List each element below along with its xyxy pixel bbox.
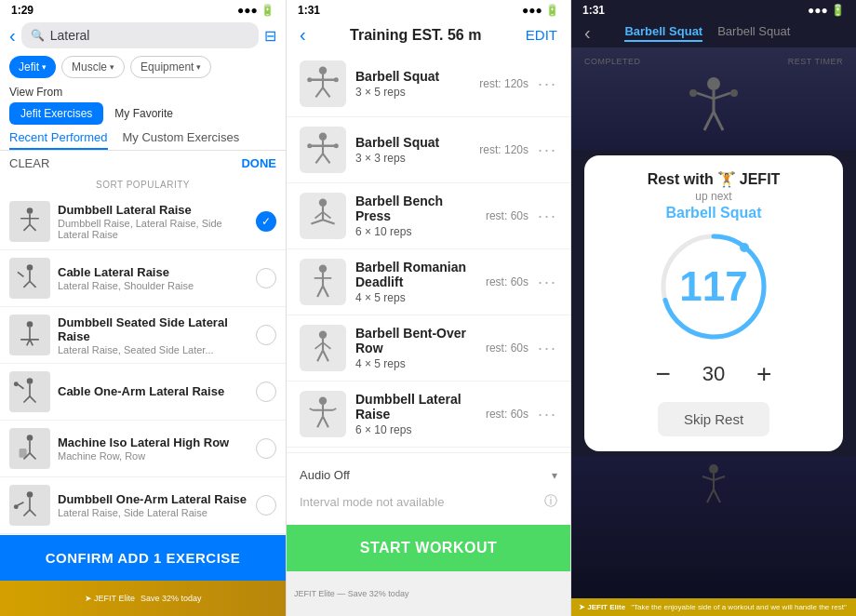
svg-line-90 — [707, 489, 714, 502]
edit-button[interactable]: EDIT — [526, 27, 557, 43]
list-item[interactable]: Machine Iso Lateral High Row Machine Row… — [0, 421, 286, 477]
exercise-thumbnail — [9, 201, 50, 242]
exercise-thumbnail — [300, 259, 346, 305]
list-item[interactable]: Barbell Bench Press 6 × 10 reps rest: 60… — [287, 183, 570, 249]
search-bar: ‹ 🔍 Lateral ⊟ — [0, 19, 286, 52]
exercise-thumbnail — [9, 258, 50, 299]
svg-line-60 — [323, 286, 328, 297]
timer-countdown: 117 — [679, 263, 747, 310]
exercise-sets: 4 × 5 reps — [355, 291, 476, 304]
list-item[interactable]: Dumbbell Seated Side Lateral Raise Later… — [0, 307, 286, 364]
list-item[interactable]: Barbell Romanian Deadlift 4 × 5 reps res… — [287, 249, 570, 315]
more-icon[interactable]: ··· — [538, 405, 557, 424]
search-input-container[interactable]: 🔍 Lateral — [21, 22, 259, 48]
list-item[interactable]: Dumbbell One-Arm Lateral Raise Lateral R… — [0, 477, 286, 534]
svg-line-28 — [23, 510, 30, 516]
exercise-name: Barbell Romanian Deadlift — [355, 260, 476, 289]
svg-point-26 — [27, 491, 33, 498]
more-icon[interactable]: ··· — [538, 339, 557, 358]
chip-muscle[interactable]: Muscle ▾ — [61, 56, 125, 78]
decrease-rest-button[interactable]: − — [647, 357, 680, 391]
exercise-info: Dumbbell Lateral Raise Dumbbell Raise, L… — [58, 203, 248, 240]
tab-my-favorite[interactable]: My Favorite — [103, 102, 184, 125]
time-2: 1:31 — [298, 4, 320, 17]
tab-exercise-2[interactable]: Barbell Squat — [717, 24, 790, 42]
more-icon[interactable]: ··· — [538, 273, 557, 292]
list-item[interactable]: Barbell Squat 3 × 5 reps rest: 120s ··· — [287, 51, 570, 117]
back-button-1[interactable]: ‹ — [9, 25, 16, 47]
exercise-info: Barbell Squat 3 × 3 reps — [355, 135, 470, 165]
system-icons-1: ●●● 🔋 — [237, 4, 274, 17]
subtab-my-custom[interactable]: My Custom Exercises — [123, 130, 240, 150]
exercise-checkbox[interactable] — [256, 268, 276, 288]
tab-exercise-1[interactable]: Barbell Squat — [624, 24, 702, 42]
list-item[interactable]: Barbell Bent-Over Row 4 × 5 reps rest: 6… — [287, 315, 570, 382]
exercise-checkbox[interactable] — [256, 495, 276, 516]
more-icon[interactable]: ··· — [538, 74, 557, 94]
svg-point-49 — [307, 143, 312, 148]
audio-option-row[interactable]: Audio Off ▾ — [300, 462, 557, 488]
exercise-info: Dumbbell One-Arm Lateral Raise Lateral R… — [58, 492, 248, 518]
chip-jefit[interactable]: Jefit ▾ — [9, 56, 56, 78]
exercise-thumbnail — [300, 325, 346, 371]
chip-equipment-label: Equipment — [140, 60, 194, 74]
done-button[interactable]: DONE — [241, 156, 276, 170]
exercise-name: Dumbbell One-Arm Lateral Raise — [58, 492, 248, 506]
rest-title: Rest with 🏋 JEFIT — [648, 170, 781, 188]
list-item[interactable]: Dumbbell Lateral Raise 6 × 10 reps rest:… — [287, 382, 570, 448]
exercise-name: Dumbbell Lateral Raise — [58, 203, 248, 217]
exercise-checkbox[interactable]: ✓ — [256, 211, 276, 232]
skip-rest-button[interactable]: Skip Rest — [658, 402, 769, 436]
back-button-3[interactable]: ‹ — [584, 22, 591, 44]
svg-line-79 — [704, 112, 714, 130]
svg-point-15 — [27, 378, 33, 384]
svg-point-21 — [27, 435, 33, 441]
up-next-label: up next — [695, 190, 731, 203]
exercise-checkbox[interactable] — [256, 325, 276, 345]
list-item[interactable]: Barbell Squat 3 × 3 reps rest: 120s ··· — [287, 117, 570, 183]
rest-timer-label: REST TIMER — [788, 57, 843, 66]
svg-line-19 — [18, 384, 24, 389]
more-icon[interactable]: ··· — [538, 141, 557, 160]
svg-line-14 — [30, 340, 33, 346]
clear-button[interactable]: CLEAR — [9, 156, 49, 170]
svg-line-29 — [30, 510, 36, 516]
increase-rest-button[interactable]: + — [747, 357, 781, 391]
start-workout-button[interactable]: START WORKOUT — [287, 525, 570, 571]
tab-jefit-exercises[interactable]: Jefit Exercises — [9, 102, 103, 125]
back-button-2[interactable]: ‹ — [300, 24, 306, 46]
exercise-checkbox[interactable] — [256, 438, 276, 459]
subtab-recent-performed[interactable]: Recent Performed — [9, 130, 108, 150]
jefit-icon: 🏋 — [717, 170, 736, 188]
more-icon[interactable]: ··· — [538, 207, 557, 226]
exercise-name: Barbell Bench Press — [355, 194, 476, 223]
svg-point-44 — [319, 133, 327, 141]
exercise-info: Dumbbell Seated Side Lateral Raise Later… — [58, 315, 248, 355]
exercise-info: Barbell Romanian Deadlift 4 × 5 reps — [355, 260, 476, 304]
svg-point-81 — [689, 89, 697, 97]
exercise-name: Dumbbell Seated Side Lateral Raise — [58, 315, 248, 343]
chip-equipment[interactable]: Equipment ▾ — [130, 56, 211, 78]
list-item[interactable]: Cable One-Arm Lateral Raise — [0, 364, 286, 421]
promo-message: "Take the enjoyable side of a workout an… — [631, 603, 847, 611]
filter-button[interactable]: ⊟ — [264, 27, 276, 45]
subtabs: Recent Performed My Custom Exercises — [0, 127, 286, 151]
confirm-add-button[interactable]: CONFIRM ADD 1 EXERCISE — [0, 535, 286, 581]
workout-title: Training EST. 56 m — [350, 27, 481, 44]
exercise-tags: Lateral Raise, Shoulder Raise — [58, 280, 248, 291]
svg-line-8 — [30, 281, 36, 288]
exercise-preview-area: COMPLETED REST TIMER — [571, 47, 856, 150]
svg-point-75 — [707, 77, 720, 90]
dropdown-arrow-icon: ▾ — [552, 469, 557, 482]
exercise-thumbnail — [300, 127, 346, 173]
rest-timer-ring[interactable]: 117 — [658, 231, 769, 342]
svg-line-66 — [317, 351, 323, 362]
list-item[interactable]: Cable Lateral Raise Lateral Raise, Shoul… — [0, 250, 286, 307]
exercise-checkbox[interactable] — [256, 382, 276, 402]
list-item[interactable]: Dumbbell Lateral Raise Dumbbell Raise, L… — [0, 194, 286, 250]
exercise-thumbnail — [300, 60, 346, 107]
exercise-tags: Dumbbell Raise, Lateral Raise, Side Late… — [58, 218, 248, 240]
sort-label: SORT POPULARITY — [0, 176, 286, 194]
exercise-rest: rest: 60s — [486, 408, 528, 421]
svg-point-31 — [14, 504, 19, 509]
